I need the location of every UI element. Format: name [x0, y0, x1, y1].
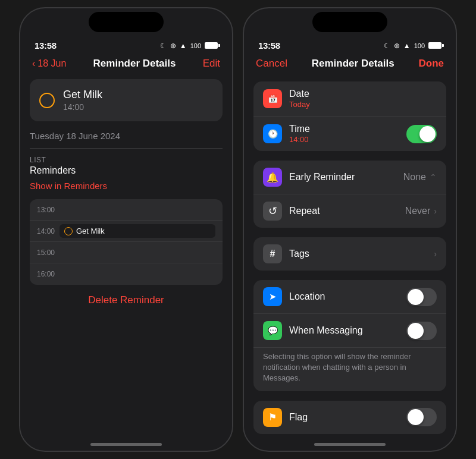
cal-event-text: Get Milk	[76, 227, 105, 235]
location-messaging-group: ➤ Location 💬 When Messaging	[253, 280, 446, 391]
wifi-icon-1: ▲	[180, 42, 187, 50]
status-bar-2: 13:58 ☾ ⊕ ▲ 100	[244, 33, 456, 53]
tags-icon: #	[263, 244, 282, 263]
home-indicator-2	[314, 443, 386, 446]
nav-title-2: Reminder Details	[312, 58, 394, 70]
early-reminder-icon: 🔔	[263, 168, 282, 187]
date-title: Date	[289, 89, 437, 99]
moon-icon-1: ☾	[160, 42, 167, 50]
status-icons-2: ☾ ⊕ ▲ 100	[384, 42, 441, 50]
flag-row[interactable]: ⚑ Flag	[253, 401, 446, 434]
time-toggle[interactable]	[406, 125, 437, 143]
time-icon: 🕐	[263, 124, 282, 143]
reminder-time: 14:00	[63, 102, 102, 112]
battery-icon-1: 100	[190, 42, 201, 49]
p2-content: 📅 Date Today 🕐 Time 14:00	[244, 74, 456, 438]
messaging-row[interactable]: 💬 When Messaging	[253, 314, 446, 348]
status-bar-1: 13:58 ☾ ⊕ ▲ 100	[20, 33, 232, 53]
repeat-chevron-icon: ›	[434, 206, 437, 216]
location-toggle-knob	[408, 289, 424, 305]
location-row[interactable]: ➤ Location	[253, 280, 446, 314]
show-in-reminders[interactable]: Show in Reminders	[30, 181, 223, 191]
list-value: Reminders	[30, 165, 223, 176]
repeat-content: Repeat	[289, 206, 405, 216]
repeat-title: Repeat	[289, 206, 405, 216]
early-reminder-content: Early Reminder	[289, 172, 403, 183]
messaging-icon: 💬	[263, 321, 282, 340]
location-right	[406, 288, 437, 306]
reminder-card: Get Milk 14:00	[30, 79, 223, 121]
messaging-title: When Messaging	[289, 325, 406, 336]
early-reminder-chevron-icon: ⌃	[430, 172, 437, 182]
nav-bar-2: Cancel Reminder Details Done	[244, 53, 456, 74]
early-reminder-row[interactable]: 🔔 Early Reminder None ⌃	[253, 161, 446, 194]
time-right	[406, 125, 437, 143]
early-reminder-right: None ⌃	[403, 172, 437, 183]
airdrop-icon-1: ⊕	[170, 42, 176, 50]
messaging-toggle[interactable]	[406, 322, 437, 340]
cal-time-16: 16:00	[37, 270, 60, 278]
flag-right	[406, 408, 437, 426]
tags-chevron-icon: ›	[434, 249, 437, 259]
messaging-toggle-knob	[408, 323, 424, 339]
status-time-1: 13:58	[35, 40, 57, 51]
flag-toggle[interactable]	[406, 408, 437, 426]
time-toggle-knob	[419, 126, 436, 142]
early-reminder-title: Early Reminder	[289, 172, 403, 183]
reminder-info: Get Milk 14:00	[63, 89, 102, 112]
repeat-value: Never	[405, 206, 431, 216]
location-content: Location	[289, 291, 406, 302]
cal-row-14: 14:00 Get Milk	[30, 221, 223, 242]
cal-row-15: 15:00	[30, 242, 223, 263]
list-label: LIST	[30, 156, 223, 164]
status-icons-1: ☾ ⊕ ▲ 100	[160, 42, 218, 50]
location-icon: ➤	[263, 287, 282, 306]
dynamic-island-2	[312, 12, 387, 32]
date-content: Date Today	[289, 89, 437, 109]
reminder-circle	[39, 93, 55, 108]
done-button[interactable]: Done	[419, 58, 444, 70]
time-content: Time 14:00	[289, 124, 406, 144]
edit-button[interactable]: Edit	[203, 58, 220, 70]
cancel-button[interactable]: Cancel	[256, 58, 287, 70]
tags-title: Tags	[289, 249, 434, 259]
tags-right: ›	[434, 249, 437, 259]
date-row[interactable]: 📅 Date Today	[253, 81, 446, 117]
moon-icon-2: ☾	[384, 42, 390, 50]
wifi-icon-2: ▲	[403, 42, 411, 50]
repeat-row[interactable]: ↺ Repeat Never ›	[253, 194, 446, 228]
nav-bar-1: ‹ 18 Jun Reminder Details Edit	[20, 53, 232, 74]
messaging-content: When Messaging	[289, 325, 406, 336]
list-section: LIST Reminders	[30, 156, 223, 176]
status-time-2: 13:58	[258, 40, 280, 51]
cal-event-circle	[64, 227, 73, 235]
reminder-repeat-group: 🔔 Early Reminder None ⌃ ↺ Repeat	[253, 161, 446, 228]
repeat-right: Never ›	[405, 206, 437, 216]
repeat-icon: ↺	[263, 202, 282, 221]
time-row[interactable]: 🕐 Time 14:00	[253, 117, 446, 151]
tags-row[interactable]: # Tags ›	[253, 237, 446, 271]
home-indicator-1	[90, 443, 162, 446]
battery-bar-1	[205, 42, 218, 49]
cal-row-13: 13:00	[30, 199, 223, 221]
back-chevron-icon: ‹	[32, 58, 35, 69]
location-toggle[interactable]	[406, 288, 437, 306]
cal-time-15: 15:00	[37, 249, 60, 257]
delete-button[interactable]: Delete Reminder	[30, 285, 223, 316]
cal-row-16: 16:00	[30, 263, 223, 285]
tags-content: Tags	[289, 249, 434, 259]
battery-bar-2	[428, 42, 441, 49]
battery-icon-2: 100	[414, 42, 425, 49]
tags-group: # Tags ›	[253, 237, 446, 271]
flag-content: Flag	[289, 412, 406, 423]
early-reminder-value: None	[403, 172, 426, 183]
p1-content: Get Milk 14:00 Tuesday 18 June 2024 LIST…	[20, 74, 232, 438]
back-button[interactable]: ‹ 18 Jun	[32, 58, 66, 69]
time-subtitle: 14:00	[289, 135, 406, 144]
flag-group: ⚑ Flag	[253, 401, 446, 434]
date-subtitle: Today	[289, 100, 437, 109]
cal-event-milk: Get Milk	[60, 224, 215, 238]
location-title: Location	[289, 291, 406, 302]
back-label: 18 Jun	[37, 58, 66, 69]
phone-2: 13:58 ☾ ⊕ ▲ 100 Cancel Reminder Details …	[243, 7, 457, 452]
